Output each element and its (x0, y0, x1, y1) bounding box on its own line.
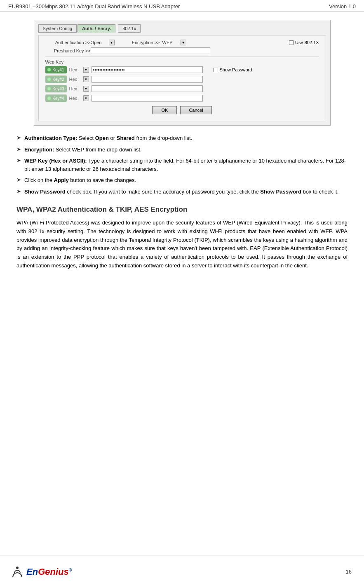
buttons-row: OK Cancel (45, 106, 319, 114)
ok-button[interactable]: OK (152, 106, 177, 114)
key1-circle[interactable]: Key#1 (45, 66, 67, 73)
key1-input[interactable] (92, 66, 203, 73)
bullet-item-3: ➤ WEP Key (Hex or ASCII): Type a charact… (16, 157, 348, 173)
show-password-checkbox[interactable] (214, 68, 218, 72)
auth-dropdown-arrow[interactable]: ▼ (109, 40, 115, 45)
bullet-text-2: Encryption: Select WEP from the drop-dow… (24, 146, 141, 154)
wpa-heading: WPA, WPA2 Authentication & TKIP, AES Enc… (16, 205, 348, 214)
engenius-logo-text: EnGenius® (26, 567, 72, 577)
key2-dot (47, 78, 51, 81)
key3-circle[interactable]: Key#3 (45, 85, 67, 92)
use-802-checkbox[interactable] (289, 40, 294, 45)
key2-circle[interactable]: Key#2 (45, 76, 67, 83)
bullet1-rest: from the drop-down list. (136, 135, 192, 141)
tab-system-config[interactable]: System Config (38, 24, 77, 33)
document-title: EUB9801 –300Mbps 802.11 a/b/g/n Dual Ban… (8, 3, 180, 9)
enc-value: WEP (162, 40, 179, 45)
auth-label: Authentication >> (45, 40, 91, 45)
use-802-label: Use 802.1X (295, 40, 319, 45)
bullet2-bold: Encryption: (24, 146, 54, 153)
bullet-text-3: WEP Key (Hex or ASCII): Type a character… (24, 157, 348, 173)
page-header: EUB9801 –300Mbps 802.11 a/b/g/n Dual Ban… (0, 0, 364, 12)
bullet-item-2: ➤ Encryption: Select WEP from the drop-d… (16, 146, 348, 154)
key1-hex: Hex (69, 67, 81, 72)
key1-dot (47, 68, 51, 71)
show-password-label: Show Password (220, 67, 252, 72)
bullet4-apply: Apply (54, 177, 69, 183)
main-content: System Config Auth. \ Encry. 802.1x Auth… (0, 12, 364, 283)
preshared-label: Preshared Key >> (45, 48, 91, 53)
bullet-text-1: Authentication Type: Select Open or Shar… (24, 134, 192, 142)
cancel-button[interactable]: Cancel (180, 106, 211, 114)
enc-label: Encryption >> (127, 40, 160, 45)
bullet-arrow-4: ➤ (16, 177, 21, 183)
key4-dot (47, 97, 51, 100)
bullet-text-5: Show Password check box. If you want to … (24, 188, 338, 196)
wifi-dot (16, 567, 19, 569)
preshared-row: Preshared Key >> (45, 47, 319, 54)
bullet-arrow-5: ➤ (16, 188, 21, 194)
key3-dot (47, 87, 51, 90)
bullet-arrow-2: ➤ (16, 146, 21, 152)
bullet5-text: check box. If you want to make sure the … (67, 189, 260, 195)
key4-dropdown[interactable]: ▼ (83, 95, 89, 101)
wep-row-4: Key#4 Hex ▼ (45, 94, 319, 102)
form-area: Authentication >> Open ▼ Encryption >> W… (38, 35, 326, 121)
key3-dropdown[interactable]: ▼ (83, 86, 89, 92)
key3-hex: Hex (69, 86, 81, 91)
form-divider (45, 57, 319, 57)
wep-row-3: Key#3 Hex ▼ (45, 85, 319, 92)
auth-value: Open (91, 40, 107, 45)
bullet-item-5: ➤ Show Password check box. If you want t… (16, 188, 348, 196)
bullet5-bold: Show Password (24, 189, 66, 195)
key2-dropdown[interactable]: ▼ (83, 76, 89, 82)
wep-row-2: Key#2 Hex ▼ (45, 76, 319, 83)
bullet1-open: Open (95, 135, 109, 141)
show-password-row: Show Password (214, 67, 252, 72)
wep-row-1: Key#1 Hex ▼ Show Password (45, 66, 319, 73)
key1-dropdown[interactable]: ▼ (83, 67, 89, 73)
enc-dropdown-arrow[interactable]: ▼ (181, 40, 186, 45)
bullet2-text: Select WEP from the drop-down list. (56, 146, 142, 153)
version-label: Version 1.0 (329, 3, 356, 9)
enc-area: Encryption >> WEP ▼ (127, 40, 186, 45)
key4-circle[interactable]: Key#4 (45, 94, 67, 102)
key2-hex: Hex (69, 77, 81, 82)
page-number: 16 (346, 569, 352, 575)
bullet3-bold: WEP Key (Hex or ASCII): (24, 158, 87, 164)
bullet1-bold: Authentication Type: (24, 135, 77, 141)
enc-select[interactable]: WEP ▼ (162, 40, 186, 45)
bullet-item-1: ➤ Authentication Type: Select Open or Sh… (16, 134, 348, 142)
key3-input[interactable] (92, 85, 203, 92)
footer-logo: EnGenius® (12, 567, 72, 577)
bullet4-text: button to save the changes. (70, 177, 136, 183)
wep-section: Key#1 Hex ▼ Show Password Key#2 (45, 66, 319, 102)
wifi-icon (12, 567, 22, 577)
bullet5-show: Show Password (260, 189, 301, 195)
bullet-arrow-3: ➤ (16, 157, 21, 163)
bullet1-shared: Shared (117, 135, 135, 141)
screenshot-box: System Config Auth. \ Encry. 802.1x Auth… (34, 20, 331, 126)
tab-auth-encry[interactable]: Auth. \ Encry. (77, 24, 115, 33)
auth-select[interactable]: Open ▼ (91, 40, 115, 45)
bullet-section: ➤ Authentication Type: Select Open or Sh… (16, 134, 348, 196)
bullet1-or: or (110, 135, 117, 141)
page-footer: EnGenius® 16 (0, 555, 364, 588)
preshared-input[interactable] (91, 47, 210, 54)
key4-input[interactable] (92, 95, 203, 102)
bullet4-pre: Click on the (24, 177, 54, 183)
tab-802-1x[interactable]: 802.1x (118, 24, 141, 33)
bullet-item-4: ➤ Click on the Apply button to save the … (16, 176, 348, 184)
use-802-row: Use 802.1X (289, 40, 319, 45)
tabs-row: System Config Auth. \ Encry. 802.1x (38, 24, 326, 33)
wep-key-header: Wep Key (45, 59, 319, 64)
bullet-text-4: Click on the Apply button to save the ch… (24, 176, 136, 184)
key2-input[interactable] (92, 76, 203, 83)
bullet-arrow-1: ➤ (16, 135, 21, 141)
bullet1-text: Select (79, 135, 95, 141)
bullet5-rest: box to check it. (303, 189, 339, 195)
auth-row: Authentication >> Open ▼ Encryption >> W… (45, 40, 319, 45)
wpa-paragraph: WPA (Wi-Fi Protected Access) was designe… (16, 219, 348, 270)
key4-hex: Hex (69, 96, 81, 101)
